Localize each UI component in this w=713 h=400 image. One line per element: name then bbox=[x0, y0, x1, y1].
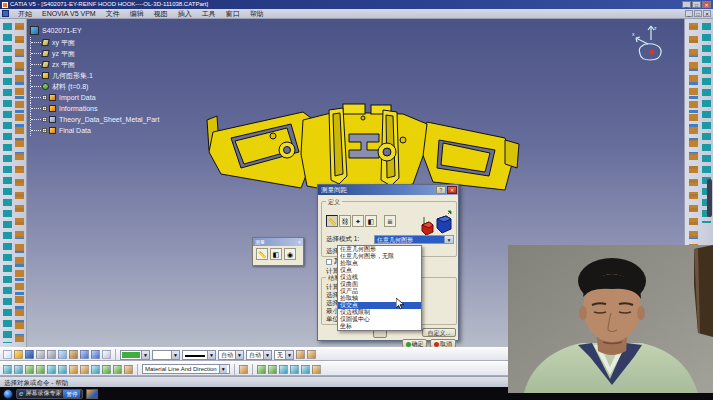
multi-view-icon[interactable] bbox=[80, 365, 89, 374]
customize-button[interactable]: 自定义... bbox=[422, 328, 456, 337]
pan-icon[interactable] bbox=[25, 365, 34, 374]
measure-inertia-icon[interactable]: ◉ bbox=[284, 248, 296, 260]
tree-item-yz-plane[interactable]: yz 平面 bbox=[30, 48, 159, 59]
line-weight-combo[interactable]: 自动▼ bbox=[218, 350, 244, 360]
color-combo[interactable]: ▼ bbox=[120, 350, 150, 360]
chevron-down-icon[interactable]: ▼ bbox=[219, 365, 227, 373]
menu-start[interactable]: 开始 bbox=[13, 9, 37, 19]
close-button[interactable]: ✕ bbox=[702, 1, 711, 8]
fit-all-icon[interactable] bbox=[14, 365, 23, 374]
dropdown-option[interactable]: 拾取轴 bbox=[338, 295, 421, 302]
layer-combo[interactable]: ▼ bbox=[152, 350, 180, 360]
paste-icon[interactable] bbox=[69, 350, 78, 359]
dropdown-option[interactable]: 坐标 bbox=[338, 323, 421, 330]
undo-icon[interactable] bbox=[80, 350, 89, 359]
open-icon[interactable] bbox=[14, 350, 23, 359]
line-type-combo[interactable]: ▼ bbox=[182, 350, 216, 360]
left-toolbar[interactable] bbox=[0, 19, 27, 347]
save-icon[interactable] bbox=[25, 350, 34, 359]
taskbar-thumbnail[interactable] bbox=[86, 389, 98, 399]
mdi-close-button[interactable]: ✕ bbox=[703, 10, 711, 17]
normal-view-icon[interactable] bbox=[69, 365, 78, 374]
chevron-down-icon[interactable]: ▼ bbox=[285, 351, 293, 359]
axis-icon[interactable] bbox=[268, 365, 277, 374]
tree-item-geometry-set[interactable]: 几何图形集.1 bbox=[30, 70, 159, 81]
tree-item-import-data[interactable]: +Import Data bbox=[30, 92, 159, 103]
expand-icon[interactable]: + bbox=[42, 106, 47, 111]
chevron-down-icon[interactable]: ▼ bbox=[207, 351, 215, 359]
snap-icon[interactable] bbox=[257, 365, 266, 374]
dropdown-option[interactable]: 仅圆弧中心 bbox=[338, 316, 421, 323]
menu-tools[interactable]: 工具 bbox=[197, 9, 221, 19]
toolbar-overflow-handle[interactable] bbox=[707, 179, 712, 217]
new-document-icon[interactable] bbox=[3, 350, 12, 359]
menu-insert[interactable]: 插入 bbox=[173, 9, 197, 19]
tree-item-final-data[interactable]: +Final Data bbox=[30, 125, 159, 136]
wizard-icon[interactable] bbox=[307, 350, 316, 359]
minimize-button[interactable]: _ bbox=[682, 1, 691, 8]
dropdown-option[interactable]: 任意几何图形，无限 bbox=[338, 253, 421, 260]
measure-fan-mode-icon[interactable]: ✦ bbox=[352, 215, 364, 227]
measure-thickness-icon[interactable]: ≣ bbox=[384, 215, 396, 227]
graphic-props-icon[interactable] bbox=[124, 365, 133, 374]
chevron-down-icon[interactable]: ▼ bbox=[263, 351, 271, 359]
zoom-in-icon[interactable] bbox=[47, 365, 56, 374]
sketch-tools-icons[interactable] bbox=[3, 23, 12, 343]
dropdown-option[interactable]: 仅边线限制 bbox=[338, 309, 421, 316]
tree-item-material[interactable]: 材料 (t=0.8) bbox=[30, 81, 159, 92]
tree-item-informations[interactable]: +Informations bbox=[30, 103, 159, 114]
cut-icon[interactable] bbox=[47, 350, 56, 359]
menu-help[interactable]: 帮助 bbox=[245, 9, 269, 19]
swap-space-icon[interactable] bbox=[113, 365, 122, 374]
taskbar-app-action[interactable]: 暂停 bbox=[63, 390, 80, 398]
expand-icon[interactable]: + bbox=[42, 95, 47, 100]
catalog-icon[interactable] bbox=[239, 365, 248, 374]
shading-mode-icon[interactable] bbox=[91, 365, 100, 374]
paint-icon[interactable] bbox=[296, 350, 305, 359]
tree-root[interactable]: S402071-EY bbox=[30, 24, 159, 37]
tree-item-xy-plane[interactable]: xy 平面 bbox=[30, 37, 159, 48]
dialog-help-button[interactable]: ? bbox=[436, 186, 446, 194]
rotate-icon[interactable] bbox=[36, 365, 45, 374]
copy-icon[interactable] bbox=[58, 350, 67, 359]
measure-between-icon[interactable]: 📏 bbox=[256, 248, 268, 260]
measure-chain-mode-icon[interactable]: ⛓ bbox=[339, 215, 351, 227]
point-type-combo[interactable]: 自动▼ bbox=[246, 350, 272, 360]
palette-close-icon[interactable]: × bbox=[298, 238, 301, 246]
tree-item-theory-data[interactable]: +Theory_Data_Sheet_Metal_Part bbox=[30, 114, 159, 125]
dropdown-option[interactable]: 仅产品 bbox=[338, 288, 421, 295]
print-icon[interactable] bbox=[36, 350, 45, 359]
chevron-down-icon[interactable]: ▼ bbox=[444, 236, 453, 243]
selection-mode-dropdown-list[interactable]: 任意几何图形 任意几何图形，无限 拾取点 仅点 仅边线 仅曲面 仅产品 拾取轴 … bbox=[337, 245, 422, 331]
chevron-down-icon[interactable]: ▼ bbox=[141, 351, 149, 359]
tree-item-zx-plane[interactable]: zx 平面 bbox=[30, 59, 159, 70]
render-filter-combo[interactable]: 无▼ bbox=[274, 350, 294, 360]
compass-icon[interactable] bbox=[279, 365, 288, 374]
chevron-down-icon[interactable]: ▼ bbox=[235, 351, 243, 359]
dialog-close-button[interactable]: ✕ bbox=[447, 186, 457, 194]
measure-item-mode-icon[interactable]: ◧ bbox=[365, 215, 377, 227]
taskbar-app-button[interactable]: e 屏幕录像专家 暂停 bbox=[16, 389, 83, 399]
menu-edit[interactable]: 编辑 bbox=[125, 9, 149, 19]
measure-item-icon[interactable]: ◧ bbox=[270, 248, 282, 260]
other-axis-checkbox[interactable] bbox=[326, 259, 332, 265]
dropdown-option[interactable]: 仅曲面 bbox=[338, 281, 421, 288]
help-icon[interactable] bbox=[102, 350, 111, 359]
dropdown-option-highlighted[interactable]: 仅交点 bbox=[338, 302, 421, 309]
menu-window[interactable]: 窗口 bbox=[221, 9, 245, 19]
menu-enovia[interactable]: ENOVIA V5 VPM bbox=[37, 10, 101, 17]
maximize-button[interactable]: □ bbox=[692, 1, 701, 8]
dropdown-option[interactable]: 仅边线 bbox=[338, 274, 421, 281]
expand-icon[interactable]: + bbox=[42, 117, 47, 122]
fly-mode-icon[interactable] bbox=[3, 365, 12, 374]
menu-view[interactable]: 视图 bbox=[149, 9, 173, 19]
dropdown-option[interactable]: 仅点 bbox=[338, 267, 421, 274]
expand-icon[interactable]: + bbox=[42, 128, 47, 133]
dropdown-option[interactable]: 任意几何图形 bbox=[338, 246, 421, 253]
magnifier-icon[interactable] bbox=[290, 365, 299, 374]
dropdown-option[interactable]: 拾取点 bbox=[338, 260, 421, 267]
hide-show-icon[interactable] bbox=[102, 365, 111, 374]
measure-between-mode-icon[interactable]: 📏 bbox=[326, 215, 338, 227]
chevron-down-icon[interactable]: ▼ bbox=[171, 351, 179, 359]
measure-icon[interactable] bbox=[301, 365, 310, 374]
